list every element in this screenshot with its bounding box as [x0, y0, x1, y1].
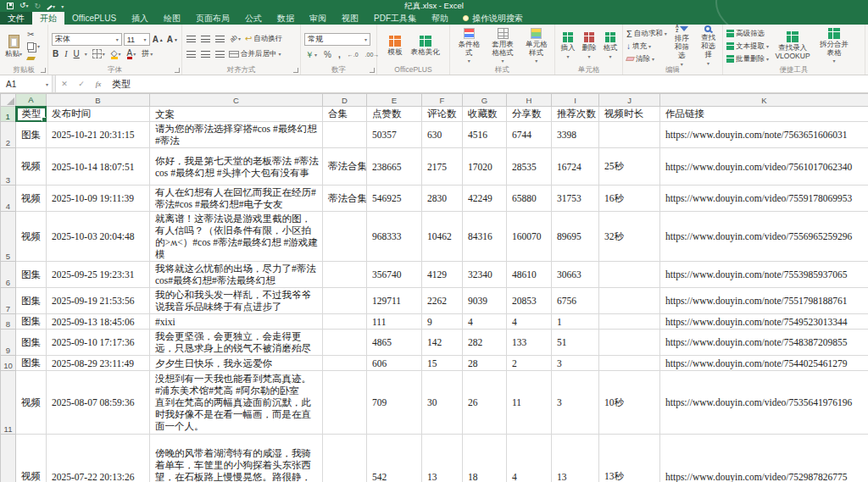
- cell-B10[interactable]: 2025-08-29 23:11:49: [47, 356, 150, 371]
- cell-E12[interactable]: 542: [367, 435, 422, 482]
- dialog-launcher-icon[interactable]: [175, 68, 180, 73]
- cell-F7[interactable]: 2262: [422, 288, 463, 314]
- cell-D9[interactable]: [323, 330, 367, 356]
- cancel-icon[interactable]: ✕: [56, 75, 73, 92]
- cell-K5[interactable]: https://www.douyin.com/video/75569652592…: [660, 212, 868, 262]
- cell-E5[interactable]: 968333: [367, 212, 422, 262]
- align-left-button[interactable]: [186, 48, 197, 59]
- borders-button[interactable]: ▾: [92, 48, 106, 59]
- cell-I4[interactable]: 31753: [552, 186, 599, 212]
- cell-A1[interactable]: 类型: [16, 107, 47, 122]
- cell-K8[interactable]: https://www.douyin.com/note/754952301334…: [660, 314, 868, 330]
- sort-filter-button[interactable]: AZ 排序和筛选▾: [670, 24, 693, 68]
- cell-E8[interactable]: 111: [367, 314, 422, 330]
- cell-A6[interactable]: 图集: [16, 262, 47, 288]
- column-header-B[interactable]: B: [47, 94, 150, 107]
- conditional-formatting-button[interactable]: 条件格式▾: [453, 27, 485, 65]
- cell-D3[interactable]: 蒂法合集: [323, 148, 367, 186]
- cell-K9[interactable]: https://www.douyin.com/note/754838720985…: [660, 330, 868, 356]
- comma-style-button[interactable]: ,: [337, 49, 342, 60]
- font-color-button[interactable]: A▾: [126, 48, 137, 59]
- row-header-3[interactable]: 3: [1, 148, 16, 186]
- cell-A8[interactable]: 图集: [16, 314, 47, 330]
- save-icon[interactable]: [7, 3, 14, 9]
- grow-font-button[interactable]: A▲: [152, 34, 164, 45]
- cell-H2[interactable]: 6744: [507, 122, 552, 148]
- bold-button[interactable]: B: [52, 48, 59, 59]
- row-header-10[interactable]: 10: [1, 356, 16, 371]
- cell-G11[interactable]: 26: [463, 371, 507, 435]
- column-header-I[interactable]: I: [552, 94, 599, 107]
- cell-F3[interactable]: 2175: [422, 148, 463, 186]
- cell-K2[interactable]: https://www.douyin.com/note/756365160603…: [660, 122, 868, 148]
- cell-H3[interactable]: 28535: [507, 148, 552, 186]
- cell-B8[interactable]: 2025-09-13 18:45:06: [47, 314, 150, 330]
- cell-B7[interactable]: 2025-09-19 21:53:56: [47, 288, 150, 314]
- merge-center-button[interactable]: 合并后居中▾: [229, 48, 281, 60]
- cell-A7[interactable]: 图集: [16, 288, 47, 314]
- align-middle-button[interactable]: [200, 33, 211, 44]
- cell-J10[interactable]: [599, 356, 660, 371]
- orientation-button[interactable]: ab▾: [229, 33, 242, 44]
- cell-A3[interactable]: 视频: [16, 148, 47, 186]
- cell-F4[interactable]: 2830: [422, 186, 463, 212]
- cell-C3[interactable]: 你好，我是第七天堂的老板蒂法 #蒂法cos #最终幻想 #头摔个大包有没有事: [150, 148, 323, 186]
- cell-K1[interactable]: 作品链接: [660, 107, 868, 122]
- font-size-select[interactable]: 11▾: [124, 33, 150, 46]
- cell-I9[interactable]: 51: [552, 330, 599, 356]
- cell-B9[interactable]: 2025-09-10 17:17:36: [47, 330, 150, 356]
- cell-I1[interactable]: 推荐次数: [552, 107, 599, 122]
- fill-color-button[interactable]: ◇▾: [110, 48, 122, 59]
- cell-E1[interactable]: 点赞数: [367, 107, 422, 122]
- cell-F5[interactable]: 10462: [422, 212, 463, 262]
- cell-G4[interactable]: 42249: [463, 186, 507, 212]
- batch-delete-button[interactable]: 批量删除▾: [726, 53, 769, 65]
- vlookup-button[interactable]: 查找录入 VLOOKUP: [773, 30, 812, 62]
- fill-button[interactable]: ↓填充▾: [626, 41, 667, 53]
- row-header-2[interactable]: 2: [1, 122, 16, 148]
- shrink-font-button[interactable]: A▼: [166, 34, 179, 45]
- insert-function-icon[interactable]: fx: [90, 75, 107, 92]
- row-header-1[interactable]: 1: [1, 107, 16, 122]
- copy-button[interactable]: ▾: [26, 41, 41, 52]
- column-header-C[interactable]: C: [150, 94, 323, 107]
- cell-E3[interactable]: 238665: [367, 148, 422, 186]
- cell-D7[interactable]: [323, 288, 367, 314]
- cell-B6[interactable]: 2025-09-25 19:23:31: [47, 262, 150, 288]
- tab-help[interactable]: 帮助: [424, 12, 456, 25]
- cell-F1[interactable]: 评论数: [422, 107, 463, 122]
- cell-F10[interactable]: 15: [422, 356, 463, 371]
- row-header-7[interactable]: 7: [1, 288, 16, 314]
- cell-G6[interactable]: 32340: [463, 262, 507, 288]
- format-painter-button[interactable]: [26, 53, 41, 64]
- cell-I3[interactable]: 16724: [552, 148, 599, 186]
- cell-B3[interactable]: 2025-10-14 18:07:51: [47, 148, 150, 186]
- cell-C12[interactable]: 傍晚的风带着湖湾特有的咸湿，我骑着单车，车筐里的小狗探着头东张西望，在石板路上慢…: [150, 435, 323, 482]
- split-merge-button[interactable]: 拆分合并 表格▾: [816, 27, 852, 65]
- cell-styles-button[interactable]: 单元格样式▾: [520, 27, 552, 65]
- cell-I12[interactable]: 13: [552, 435, 599, 482]
- phonetic-button[interactable]: 拼▾: [141, 48, 153, 59]
- tab-formulas[interactable]: 公式: [237, 12, 270, 25]
- autosum-button[interactable]: Σ自动求和▾: [626, 28, 667, 40]
- cell-J11[interactable]: 10秒: [599, 371, 660, 435]
- cell-C6[interactable]: 我将就这么忧郁的出场，尽力了#蒂法cos#最终幻想#蒂法最终幻想: [150, 262, 323, 288]
- cell-E11[interactable]: 709: [367, 371, 422, 435]
- cell-D4[interactable]: 蒂法合集: [323, 186, 367, 212]
- cell-J7[interactable]: [599, 288, 660, 314]
- tab-review[interactable]: 审阅: [302, 12, 334, 25]
- cell-I2[interactable]: 3398: [552, 122, 599, 148]
- tab-page-layout[interactable]: 页面布局: [188, 12, 237, 25]
- cell-A4[interactable]: 视频: [16, 186, 47, 212]
- column-header-K[interactable]: K: [660, 94, 868, 107]
- cell-G12[interactable]: 18: [463, 435, 507, 482]
- percent-style-button[interactable]: %: [323, 49, 332, 60]
- cell-F12[interactable]: 13: [422, 435, 463, 482]
- cell-F11[interactable]: 30: [422, 371, 463, 435]
- increase-decimal-button[interactable]: ←.0: [347, 49, 359, 60]
- cell-D2[interactable]: [323, 122, 367, 148]
- cell-I10[interactable]: 3: [552, 356, 599, 371]
- cell-B4[interactable]: 2025-10-09 19:11:39: [47, 186, 150, 212]
- cell-B2[interactable]: 2025-10-21 20:31:15: [47, 122, 150, 148]
- cell-K4[interactable]: https://www.douyin.com/video/75591780699…: [660, 186, 868, 212]
